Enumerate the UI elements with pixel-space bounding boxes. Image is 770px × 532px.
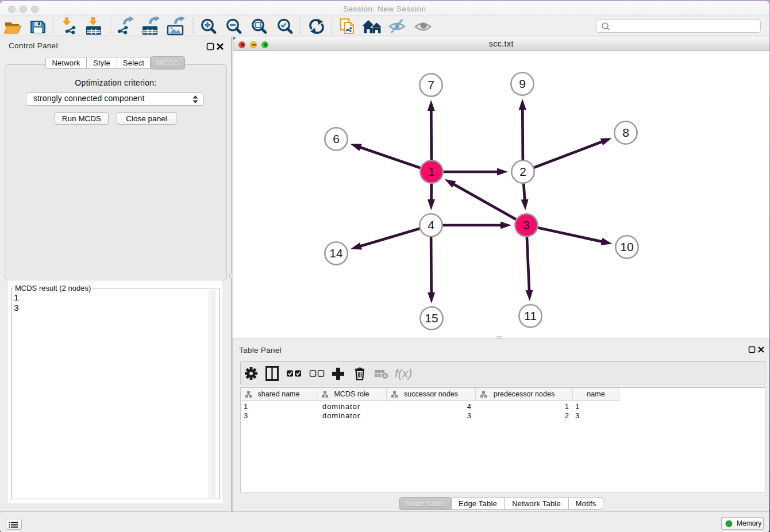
svg-text:15: 15 (425, 311, 438, 325)
svg-text:2: 2 (519, 165, 526, 178)
svg-text:7: 7 (428, 78, 434, 91)
svg-text:1: 1 (428, 165, 435, 178)
svg-text:6: 6 (333, 132, 340, 145)
svg-text:10: 10 (620, 240, 633, 253)
svg-text:3: 3 (523, 218, 530, 232)
svg-text:9: 9 (519, 77, 526, 90)
svg-text:14: 14 (329, 246, 343, 260)
svg-text:8: 8 (622, 126, 629, 139)
svg-text:4: 4 (428, 218, 434, 232)
svg-text:11: 11 (524, 309, 537, 322)
svg-text:f(x): f(x) (395, 367, 412, 380)
